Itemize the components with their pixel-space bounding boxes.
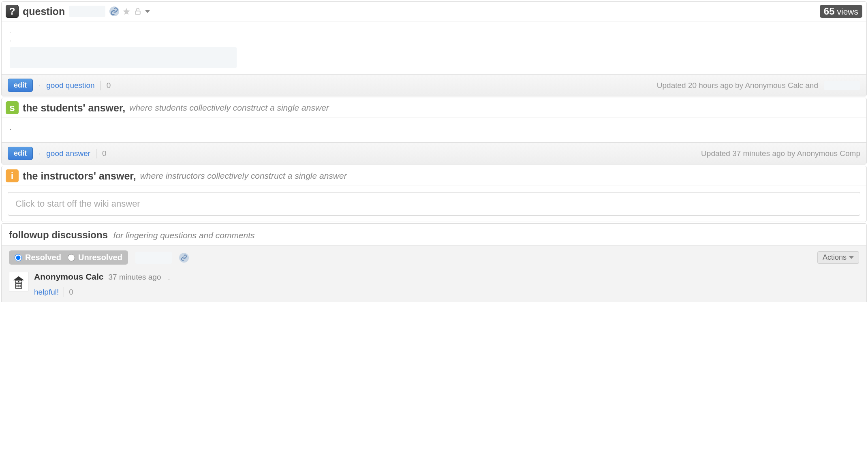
question-text-line: . <box>10 28 858 36</box>
separator: · <box>38 81 41 90</box>
helpful-count: 0 <box>69 288 73 297</box>
question-text-line: . <box>10 36 858 44</box>
followups-title: followup discussions <box>9 229 108 240</box>
views-badge: 65 views <box>820 5 862 18</box>
followups-body: Resolved Unresolved Actions <box>2 245 866 302</box>
separator: · <box>38 149 41 158</box>
students-answer-panel: s the students' answer, where students c… <box>1 98 867 165</box>
instructors-icon: i <box>6 169 19 182</box>
separator <box>96 149 96 158</box>
link-icon[interactable] <box>109 6 119 16</box>
chevron-down-icon <box>849 256 854 259</box>
instructors-answer-subtitle: where instructors collectively construct… <box>140 171 347 181</box>
students-answer-footer: edit · good answer 0 Updated 37 minutes … <box>2 142 866 164</box>
unresolved-option[interactable]: Unresolved <box>68 253 122 262</box>
svg-rect-0 <box>135 11 140 14</box>
followups-panel: followup discussions for lingering quest… <box>1 223 867 302</box>
instructors-answer-panel: i the instructors' answer, where instruc… <box>1 166 867 222</box>
question-header: ? question 65 views <box>2 2 866 21</box>
comment-body-wrap: Anonymous Calc 37 minutes ago . helpful!… <box>34 272 859 297</box>
students-answer-subtitle: where students collectively construct a … <box>129 103 329 113</box>
good-answer-count: 0 <box>102 149 107 158</box>
question-icon: ? <box>6 5 19 18</box>
comment-author: Anonymous Calc <box>34 272 104 282</box>
students-icon: s <box>6 101 19 114</box>
unresolved-radio[interactable] <box>68 254 75 261</box>
question-footer: edit · good question 0 Updated 20 hours … <box>2 74 866 96</box>
question-updated: Updated 20 hours ago by Anonymous Calc a… <box>657 81 818 90</box>
views-label: views <box>837 7 858 17</box>
separator <box>64 287 64 297</box>
comment-actions: helpful! 0 <box>34 287 859 297</box>
instructors-answer-header: i the instructors' answer, where instruc… <box>2 166 866 186</box>
redacted-status <box>135 252 172 264</box>
separator <box>100 81 101 90</box>
avatar: ? <box>9 272 28 291</box>
question-icon-row <box>109 6 150 16</box>
answer-text-line: . <box>10 124 858 132</box>
good-question-count: 0 <box>107 81 111 90</box>
helpful-link[interactable]: helpful! <box>34 288 59 297</box>
lock-icon[interactable] <box>134 7 142 15</box>
edit-button[interactable]: edit <box>8 79 33 92</box>
good-answer-link[interactable]: good answer <box>46 149 90 158</box>
edit-button[interactable]: edit <box>8 147 33 160</box>
question-panel: ? question 65 views . . edit · good ques… <box>1 1 867 96</box>
resolved-option[interactable]: Resolved <box>15 253 61 262</box>
comment-text: . <box>168 276 169 280</box>
followups-header: followup discussions for lingering quest… <box>2 224 866 245</box>
followup-top-row: Resolved Unresolved Actions <box>9 250 859 265</box>
unresolved-label: Unresolved <box>78 253 122 262</box>
students-answer-header: s the students' answer, where students c… <box>2 98 866 118</box>
status-pill: Resolved Unresolved <box>9 250 128 265</box>
redacted-user <box>824 81 860 90</box>
question-body: . . <box>2 21 866 74</box>
students-answer-title: the students' answer, <box>23 102 125 114</box>
resolved-radio[interactable] <box>15 254 22 261</box>
students-answer-updated: Updated 37 minutes ago by Anonymous Comp <box>701 149 860 158</box>
comment-head: Anonymous Calc 37 minutes ago . <box>34 272 859 282</box>
redacted-title <box>69 6 105 17</box>
chevron-down-icon[interactable] <box>145 10 150 13</box>
question-label: question <box>23 6 65 17</box>
star-icon[interactable] <box>122 7 130 15</box>
wiki-answer-input[interactable]: Click to start off the wiki answer <box>8 192 860 216</box>
followups-subtitle: for lingering questions and comments <box>113 231 255 240</box>
svg-text:?: ? <box>18 280 19 283</box>
followup-comment: ? Anonymous Calc 37 minutes ago . helpfu… <box>9 272 859 297</box>
good-question-link[interactable]: good question <box>46 81 94 90</box>
actions-button[interactable]: Actions <box>817 251 859 264</box>
students-answer-body: . <box>2 118 866 142</box>
link-icon[interactable] <box>179 253 189 263</box>
views-count: 65 <box>824 6 835 17</box>
instructors-answer-title: the instructors' answer, <box>23 170 136 182</box>
actions-label: Actions <box>823 253 847 262</box>
resolved-label: Resolved <box>25 253 61 262</box>
comment-time: 37 minutes ago <box>109 273 161 282</box>
redacted-content <box>10 47 237 68</box>
